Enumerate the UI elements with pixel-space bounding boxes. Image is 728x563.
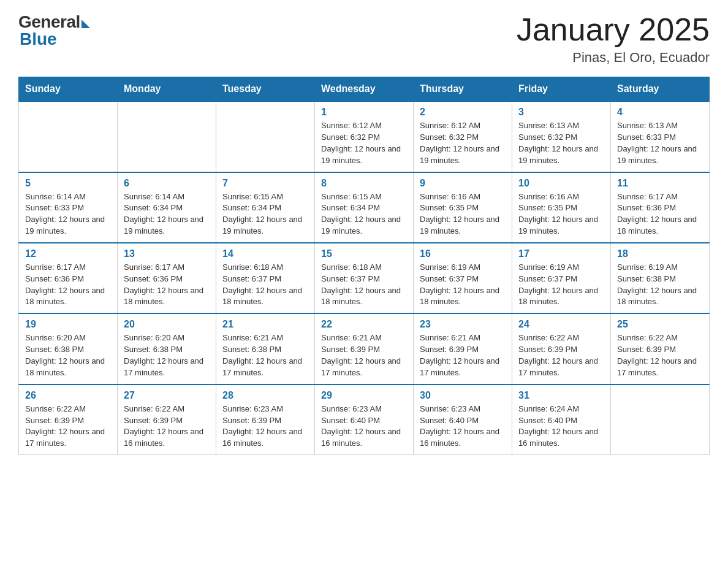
day-info: Sunrise: 6:13 AM Sunset: 6:32 PM Dayligh… — [518, 120, 604, 166]
day-info: Sunrise: 6:17 AM Sunset: 6:36 PM Dayligh… — [617, 191, 703, 237]
day-number: 10 — [518, 178, 604, 189]
day-number: 19 — [25, 319, 111, 330]
calendar-cell: 8Sunrise: 6:15 AM Sunset: 6:34 PM Daylig… — [315, 172, 414, 243]
day-info: Sunrise: 6:21 AM Sunset: 6:39 PM Dayligh… — [321, 332, 407, 378]
calendar-cell: 22Sunrise: 6:21 AM Sunset: 6:39 PM Dayli… — [315, 313, 414, 384]
day-number: 18 — [617, 248, 703, 259]
calendar-cell: 14Sunrise: 6:18 AM Sunset: 6:37 PM Dayli… — [216, 243, 315, 313]
day-number: 7 — [222, 178, 308, 189]
day-info: Sunrise: 6:18 AM Sunset: 6:37 PM Dayligh… — [222, 262, 308, 308]
calendar-header-row: SundayMondayTuesdayWednesdayThursdayFrid… — [19, 77, 710, 102]
day-number: 13 — [124, 248, 210, 259]
col-header-thursday: Thursday — [414, 77, 512, 102]
col-header-friday: Friday — [512, 77, 611, 102]
day-info: Sunrise: 6:23 AM Sunset: 6:40 PM Dayligh… — [321, 404, 407, 450]
day-info: Sunrise: 6:21 AM Sunset: 6:38 PM Dayligh… — [222, 332, 308, 378]
day-number: 31 — [518, 390, 604, 401]
calendar-cell: 20Sunrise: 6:20 AM Sunset: 6:38 PM Dayli… — [118, 313, 216, 384]
day-info: Sunrise: 6:12 AM Sunset: 6:32 PM Dayligh… — [321, 120, 407, 166]
location-text: Pinas, El Oro, Ecuador — [517, 50, 710, 66]
day-number: 14 — [222, 248, 308, 259]
day-info: Sunrise: 6:16 AM Sunset: 6:35 PM Dayligh… — [518, 191, 604, 237]
day-number: 2 — [420, 107, 506, 118]
day-number: 26 — [25, 390, 111, 401]
calendar-cell: 1Sunrise: 6:12 AM Sunset: 6:32 PM Daylig… — [315, 101, 414, 172]
calendar-cell — [19, 101, 118, 172]
day-info: Sunrise: 6:24 AM Sunset: 6:40 PM Dayligh… — [518, 404, 604, 450]
calendar-cell — [611, 385, 710, 455]
week-row-5: 26Sunrise: 6:22 AM Sunset: 6:39 PM Dayli… — [19, 385, 710, 455]
calendar-cell: 24Sunrise: 6:22 AM Sunset: 6:39 PM Dayli… — [512, 313, 611, 384]
calendar-cell: 17Sunrise: 6:19 AM Sunset: 6:37 PM Dayli… — [512, 243, 611, 313]
calendar-cell: 10Sunrise: 6:16 AM Sunset: 6:35 PM Dayli… — [512, 172, 611, 243]
day-number: 23 — [420, 319, 506, 330]
calendar-cell: 16Sunrise: 6:19 AM Sunset: 6:37 PM Dayli… — [414, 243, 512, 313]
calendar-cell: 27Sunrise: 6:22 AM Sunset: 6:39 PM Dayli… — [118, 385, 216, 455]
day-info: Sunrise: 6:12 AM Sunset: 6:32 PM Dayligh… — [420, 120, 506, 166]
day-number: 16 — [420, 248, 506, 259]
calendar-cell: 3Sunrise: 6:13 AM Sunset: 6:32 PM Daylig… — [512, 101, 611, 172]
calendar-cell: 26Sunrise: 6:22 AM Sunset: 6:39 PM Dayli… — [19, 385, 118, 455]
day-info: Sunrise: 6:23 AM Sunset: 6:39 PM Dayligh… — [222, 404, 308, 450]
page-header: General Blue January 2025 Pinas, El Oro,… — [18, 12, 710, 66]
day-info: Sunrise: 6:17 AM Sunset: 6:36 PM Dayligh… — [25, 262, 111, 308]
calendar-cell: 19Sunrise: 6:20 AM Sunset: 6:38 PM Dayli… — [19, 313, 118, 384]
day-number: 11 — [617, 178, 703, 189]
day-info: Sunrise: 6:20 AM Sunset: 6:38 PM Dayligh… — [124, 332, 210, 378]
day-number: 5 — [25, 178, 111, 189]
calendar-cell: 7Sunrise: 6:15 AM Sunset: 6:34 PM Daylig… — [216, 172, 315, 243]
col-header-saturday: Saturday — [611, 77, 710, 102]
day-info: Sunrise: 6:14 AM Sunset: 6:33 PM Dayligh… — [25, 191, 111, 237]
day-number: 20 — [124, 319, 210, 330]
day-info: Sunrise: 6:15 AM Sunset: 6:34 PM Dayligh… — [222, 191, 308, 237]
day-info: Sunrise: 6:22 AM Sunset: 6:39 PM Dayligh… — [617, 332, 703, 378]
day-number: 21 — [222, 319, 308, 330]
day-number: 1 — [321, 107, 407, 118]
week-row-3: 12Sunrise: 6:17 AM Sunset: 6:36 PM Dayli… — [19, 243, 710, 313]
day-number: 30 — [420, 390, 506, 401]
calendar-cell: 28Sunrise: 6:23 AM Sunset: 6:39 PM Dayli… — [216, 385, 315, 455]
calendar-cell: 25Sunrise: 6:22 AM Sunset: 6:39 PM Dayli… — [611, 313, 710, 384]
day-info: Sunrise: 6:16 AM Sunset: 6:35 PM Dayligh… — [420, 191, 506, 237]
day-number: 6 — [124, 178, 210, 189]
week-row-2: 5Sunrise: 6:14 AM Sunset: 6:33 PM Daylig… — [19, 172, 710, 243]
day-number: 3 — [518, 107, 604, 118]
day-number: 25 — [617, 319, 703, 330]
week-row-1: 1Sunrise: 6:12 AM Sunset: 6:32 PM Daylig… — [19, 101, 710, 172]
day-info: Sunrise: 6:17 AM Sunset: 6:36 PM Dayligh… — [124, 262, 210, 308]
day-number: 17 — [518, 248, 604, 259]
day-number: 27 — [124, 390, 210, 401]
logo-arrow-icon — [82, 20, 90, 28]
calendar-cell: 6Sunrise: 6:14 AM Sunset: 6:34 PM Daylig… — [118, 172, 216, 243]
month-title: January 2025 — [517, 12, 710, 47]
calendar-cell: 13Sunrise: 6:17 AM Sunset: 6:36 PM Dayli… — [118, 243, 216, 313]
day-info: Sunrise: 6:19 AM Sunset: 6:37 PM Dayligh… — [420, 262, 506, 308]
col-header-wednesday: Wednesday — [315, 77, 414, 102]
col-header-tuesday: Tuesday — [216, 77, 315, 102]
day-number: 28 — [222, 390, 308, 401]
calendar-cell: 30Sunrise: 6:23 AM Sunset: 6:40 PM Dayli… — [414, 385, 512, 455]
calendar-cell — [118, 101, 216, 172]
day-number: 29 — [321, 390, 407, 401]
day-info: Sunrise: 6:23 AM Sunset: 6:40 PM Dayligh… — [420, 404, 506, 450]
day-number: 12 — [25, 248, 111, 259]
logo: General Blue — [18, 12, 90, 49]
day-number: 4 — [617, 107, 703, 118]
calendar-cell: 23Sunrise: 6:21 AM Sunset: 6:39 PM Dayli… — [414, 313, 512, 384]
day-info: Sunrise: 6:19 AM Sunset: 6:38 PM Dayligh… — [617, 262, 703, 308]
logo-blue-text: Blue — [20, 29, 57, 49]
day-info: Sunrise: 6:22 AM Sunset: 6:39 PM Dayligh… — [518, 332, 604, 378]
calendar-cell: 18Sunrise: 6:19 AM Sunset: 6:38 PM Dayli… — [611, 243, 710, 313]
calendar-cell: 31Sunrise: 6:24 AM Sunset: 6:40 PM Dayli… — [512, 385, 611, 455]
calendar-cell: 5Sunrise: 6:14 AM Sunset: 6:33 PM Daylig… — [19, 172, 118, 243]
day-info: Sunrise: 6:22 AM Sunset: 6:39 PM Dayligh… — [124, 404, 210, 450]
day-number: 24 — [518, 319, 604, 330]
title-block: January 2025 Pinas, El Oro, Ecuador — [517, 12, 710, 66]
day-number: 22 — [321, 319, 407, 330]
col-header-sunday: Sunday — [19, 77, 118, 102]
day-info: Sunrise: 6:14 AM Sunset: 6:34 PM Dayligh… — [124, 191, 210, 237]
day-info: Sunrise: 6:19 AM Sunset: 6:37 PM Dayligh… — [518, 262, 604, 308]
day-info: Sunrise: 6:18 AM Sunset: 6:37 PM Dayligh… — [321, 262, 407, 308]
day-info: Sunrise: 6:13 AM Sunset: 6:33 PM Dayligh… — [617, 120, 703, 166]
day-info: Sunrise: 6:20 AM Sunset: 6:38 PM Dayligh… — [25, 332, 111, 378]
